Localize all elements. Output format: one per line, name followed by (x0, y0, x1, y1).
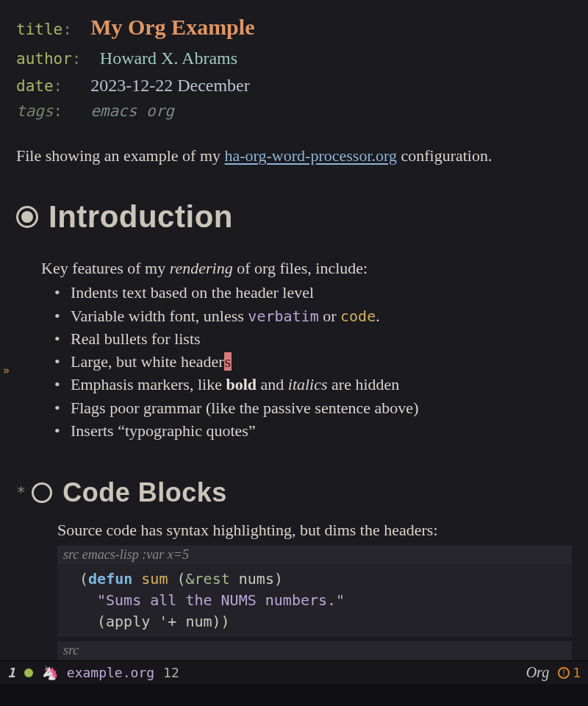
config-link[interactable]: ha-org-word-processor.org (225, 146, 397, 165)
heading-bullet-icon (32, 482, 52, 503)
intro-lead: Key features of my rendering of org file… (41, 257, 572, 279)
heading-text: Code Blocks (62, 477, 227, 508)
warning-count: 1 (573, 665, 581, 680)
meta-key-author: author (16, 50, 72, 68)
list-item: Inserts “typographic quotes” (54, 419, 572, 442)
list-item: Real bullets for lists (54, 327, 572, 350)
meta-date-line: date: 2023-12-22 December (16, 72, 572, 99)
section-introduction-body: Key features of my rendering of org file… (41, 257, 572, 442)
mode-line[interactable]: 1 🦄 example.org 12 Org ! 1 (0, 660, 588, 684)
meta-key-date: date (16, 77, 54, 95)
fringe-indicator-icon: » (3, 364, 10, 377)
heading-text: Introduction (49, 199, 233, 235)
list-item: Flags poor grammar (like the passive sen… (54, 396, 572, 419)
minibuffer[interactable] (0, 684, 588, 706)
heading-bullet-icon (16, 206, 38, 228)
meta-key-tags: tags (16, 102, 54, 120)
doc-author: Howard X. Abrams (100, 49, 237, 68)
source-code-block[interactable]: (defun sum (&rest nums) "Sums all the NU… (57, 564, 572, 637)
doc-date: 2023-12-22 December (90, 76, 250, 95)
list-item: Large, but white headers (54, 350, 572, 373)
code-lead: Source code has syntax highlighting, but… (57, 518, 572, 541)
modified-indicator-icon (24, 668, 33, 677)
heading-introduction[interactable]: Introduction (16, 199, 572, 235)
text-cursor: s (224, 352, 232, 371)
src-end-line: src (57, 641, 572, 660)
doc-title: My Org Example (90, 15, 254, 39)
meta-title-line: title: My Org Example (16, 10, 572, 45)
src-begin-line: src emacs-lisp :var x=5 (57, 546, 572, 564)
line-number: 12 (163, 665, 179, 680)
doc-tags: emacs org (90, 102, 174, 120)
warning-icon: ! (558, 667, 570, 679)
meta-author-line: author: Howard X. Abrams (16, 45, 572, 72)
list-item: Variable width font, unless verbatim or … (54, 304, 572, 327)
heading-star-icon: * (16, 483, 26, 502)
buffer-name[interactable]: example.org (67, 665, 154, 680)
code-line: (defun sum (&rest nums) (79, 568, 563, 590)
meta-tags-line: tags: emacs org (16, 99, 572, 124)
heading-code-blocks[interactable]: * Code Blocks (16, 477, 572, 508)
code-line: (apply '+ num)) (79, 611, 563, 632)
mode-icon: 🦄 (42, 665, 58, 680)
window-number: 1 (7, 665, 15, 680)
section-code-blocks-body: Source code has syntax highlighting, but… (57, 518, 572, 660)
flycheck-warning[interactable]: ! 1 (558, 665, 581, 680)
list-item: Emphasis markers, like bold and italics … (54, 373, 572, 396)
list-item: Indents text based on the header level (54, 281, 572, 304)
meta-key-title: title (16, 21, 62, 38)
editor-buffer[interactable]: title: My Org Example author: Howard X. … (0, 0, 588, 660)
feature-list: Indents text based on the header level V… (54, 281, 572, 442)
intro-paragraph: File showing an example of my ha-org-wor… (16, 145, 572, 167)
major-mode[interactable]: Org (526, 664, 549, 681)
code-line: "Sums all the NUMS numbers." (79, 590, 563, 611)
